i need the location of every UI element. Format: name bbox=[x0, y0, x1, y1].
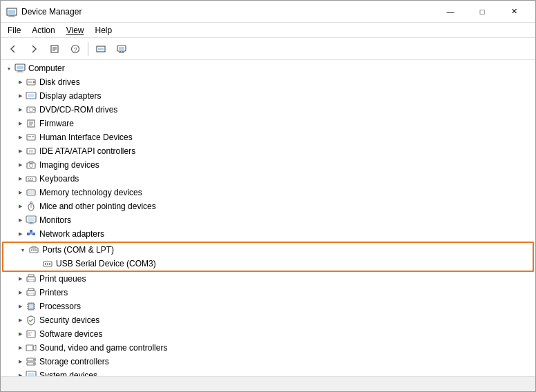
expander-keyboards[interactable] bbox=[15, 173, 26, 184]
tree-item-network-adapters[interactable]: Network adapters bbox=[1, 227, 535, 241]
tree-item-system[interactable]: System devices bbox=[1, 369, 535, 376]
tree-item-monitors[interactable]: Monitors bbox=[1, 213, 535, 227]
main-area: Computer Disk drives bbox=[1, 60, 535, 376]
close-button[interactable]: ✕ bbox=[498, 1, 530, 23]
computer-button[interactable] bbox=[112, 40, 131, 58]
expander-memory-tech[interactable] bbox=[15, 187, 26, 198]
svg-rect-19 bbox=[18, 70, 22, 72]
tree-item-computer[interactable]: Computer bbox=[1, 61, 535, 75]
expander-computer[interactable] bbox=[3, 63, 15, 74]
tree-item-firmware[interactable]: Firmware bbox=[1, 117, 535, 130]
svg-rect-20 bbox=[17, 72, 23, 72]
svg-rect-18 bbox=[17, 66, 23, 69]
expander-system[interactable] bbox=[15, 370, 26, 376]
svg-rect-11 bbox=[98, 48, 104, 50]
scan-button[interactable] bbox=[91, 40, 111, 58]
svg-rect-48 bbox=[28, 191, 30, 194]
tree-item-imaging[interactable]: Imaging devices bbox=[1, 158, 535, 172]
help-button[interactable]: ? bbox=[66, 40, 85, 58]
tree-item-keyboards[interactable]: Keyboards bbox=[1, 172, 535, 186]
expander-network-adapters[interactable] bbox=[15, 228, 26, 239]
toolbar-separator bbox=[88, 42, 88, 56]
expander-software[interactable] bbox=[15, 329, 26, 340]
tree-item-mice[interactable]: Mice and other pointing devices bbox=[1, 199, 535, 213]
menu-action[interactable]: Action bbox=[26, 24, 60, 37]
expander-disk-drives[interactable] bbox=[15, 77, 26, 88]
maximize-button[interactable]: □ bbox=[466, 1, 498, 23]
expander-print-queues[interactable] bbox=[15, 273, 26, 284]
svg-rect-92 bbox=[27, 331, 35, 337]
expander-imaging[interactable] bbox=[15, 159, 26, 170]
minimize-button[interactable]: — bbox=[434, 1, 466, 23]
device-tree[interactable]: Computer Disk drives bbox=[1, 60, 535, 376]
security-icon bbox=[26, 315, 37, 326]
expander-ide-ata[interactable] bbox=[15, 146, 26, 157]
tree-item-usb-serial[interactable]: USB Serial Device (COM3) bbox=[3, 257, 533, 271]
svg-rect-43 bbox=[28, 178, 29, 179]
tree-item-memory-tech[interactable]: Memory technology devices bbox=[1, 186, 535, 199]
system-icon bbox=[26, 370, 37, 376]
tree-item-disk-drives[interactable]: Disk drives bbox=[1, 75, 535, 89]
software-icon bbox=[26, 329, 37, 340]
display-adapters-icon bbox=[26, 90, 37, 101]
tree-item-ide-ata[interactable]: IDE ATA/ATAPI controllers bbox=[1, 144, 535, 158]
svg-rect-50 bbox=[32, 191, 34, 194]
expander-firmware[interactable] bbox=[15, 118, 26, 129]
svg-rect-44 bbox=[30, 178, 31, 179]
svg-rect-70 bbox=[47, 263, 48, 265]
svg-point-100 bbox=[33, 359, 35, 360]
expander-display-adapters[interactable] bbox=[15, 90, 26, 101]
monitors-icon bbox=[26, 215, 37, 226]
tree-item-processors[interactable]: Processors bbox=[1, 300, 535, 313]
expander-monitors[interactable] bbox=[15, 215, 26, 226]
label-mice: Mice and other pointing devices bbox=[39, 202, 156, 211]
keyboards-icon bbox=[26, 173, 37, 184]
svg-rect-79 bbox=[29, 304, 33, 308]
label-security: Security devices bbox=[39, 315, 99, 325]
back-button[interactable] bbox=[3, 40, 23, 58]
svg-rect-33 bbox=[27, 135, 35, 140]
expander-mice[interactable] bbox=[15, 201, 26, 212]
expander-printers[interactable] bbox=[15, 287, 26, 298]
svg-rect-59 bbox=[32, 233, 35, 235]
properties-button[interactable] bbox=[45, 40, 64, 58]
tree-item-printers[interactable]: Printers bbox=[1, 286, 535, 300]
svg-rect-66 bbox=[35, 249, 37, 251]
svg-rect-69 bbox=[45, 263, 46, 265]
tree-item-ports[interactable]: Ports (COM & LPT) bbox=[3, 243, 533, 257]
tree-item-sound-video[interactable]: Sound, video and game controllers bbox=[1, 341, 535, 355]
svg-rect-58 bbox=[27, 233, 30, 235]
svg-rect-64 bbox=[31, 249, 32, 251]
menu-view[interactable]: View bbox=[61, 24, 90, 37]
tree-item-storage[interactable]: Storage controllers bbox=[1, 355, 535, 369]
title-bar-left: Device Manager bbox=[6, 6, 434, 17]
svg-rect-49 bbox=[30, 191, 32, 194]
tree-item-dvd-rom[interactable]: DVD/CD-ROM drives bbox=[1, 103, 535, 117]
menu-help[interactable]: Help bbox=[90, 24, 118, 37]
expander-usb-serial bbox=[31, 258, 42, 269]
ports-icon bbox=[28, 244, 39, 255]
tree-item-security[interactable]: Security devices bbox=[1, 313, 535, 327]
label-ide-ata: IDE ATA/ATAPI controllers bbox=[39, 146, 135, 156]
expander-sound-video[interactable] bbox=[15, 342, 26, 353]
expander-storage[interactable] bbox=[15, 356, 26, 367]
expander-processors[interactable] bbox=[15, 301, 26, 312]
processors-icon bbox=[26, 301, 37, 312]
expander-human-interface[interactable] bbox=[15, 132, 26, 143]
svg-rect-96 bbox=[26, 345, 33, 351]
label-keyboards: Keyboards bbox=[39, 174, 79, 184]
tree-item-display-adapters[interactable]: Display adapters bbox=[1, 89, 535, 103]
tree-item-human-interface[interactable]: Human Interface Devices bbox=[1, 130, 535, 144]
label-monitors: Monitors bbox=[39, 215, 71, 225]
expander-security[interactable] bbox=[15, 315, 26, 326]
dvd-icon bbox=[26, 104, 37, 115]
label-storage: Storage controllers bbox=[39, 357, 109, 366]
tree-item-print-queues[interactable]: Print queues bbox=[1, 272, 535, 286]
tree-item-software[interactable]: Software devices bbox=[1, 327, 535, 341]
human-interface-icon bbox=[26, 132, 37, 143]
expander-dvd-rom[interactable] bbox=[15, 104, 26, 115]
menu-file[interactable]: File bbox=[2, 24, 26, 37]
forward-button[interactable] bbox=[24, 40, 44, 58]
expander-ports[interactable] bbox=[17, 244, 28, 255]
label-sound-video: Sound, video and game controllers bbox=[39, 343, 167, 353]
